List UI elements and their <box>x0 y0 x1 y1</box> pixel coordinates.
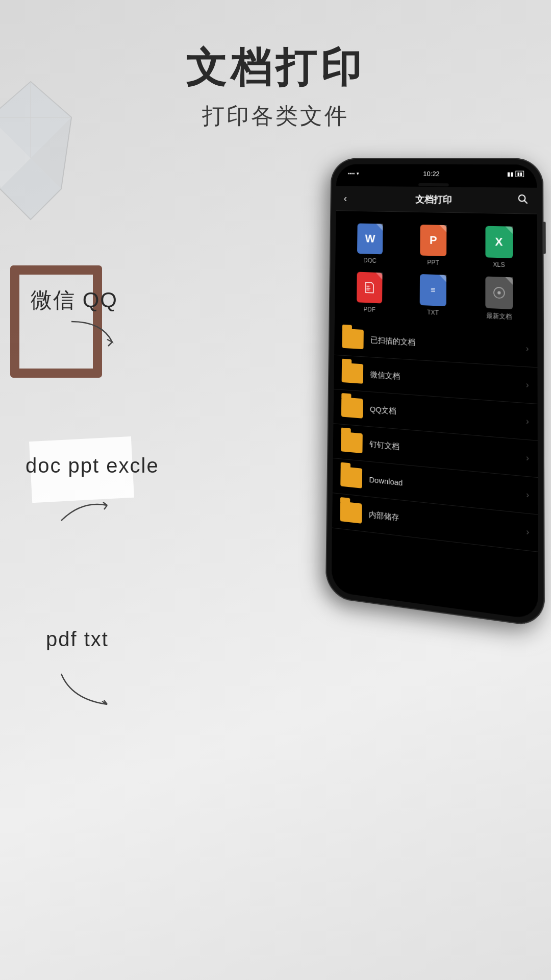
label-doc-ppt: doc ppt excle <box>26 454 159 477</box>
folder-weixin-name: 微信文档 <box>370 370 518 389</box>
xls-label: XLS <box>493 261 505 268</box>
file-type-pdf[interactable]: PDF <box>339 267 402 320</box>
folder-qq-arrow: › <box>526 416 529 427</box>
folder-qq-icon <box>341 397 363 419</box>
recent-label: 最新文档 <box>486 311 512 322</box>
app-header-title: 文档打印 <box>415 193 452 206</box>
search-button[interactable] <box>518 194 529 207</box>
folder-scanned-icon <box>342 329 363 349</box>
sub-title: 打印各类文件 <box>0 101 551 131</box>
svg-line-8 <box>524 200 527 203</box>
arrow3-icon <box>51 669 122 715</box>
folder-qq-name: QQ文档 <box>370 404 518 426</box>
recent-icon <box>485 276 513 309</box>
arrow1-icon <box>61 316 122 357</box>
status-time: 10:22 <box>423 169 439 177</box>
file-type-txt[interactable]: ≡ TXT <box>401 270 466 324</box>
battery-icon: ▮▮▮▮ <box>507 170 524 178</box>
phone-mockup: ▪▪▪▪ ▾ 10:22 ▮▮▮▮ ‹ 文档打印 <box>327 158 551 934</box>
file-type-ppt[interactable]: P PPT <box>401 220 466 272</box>
ppt-label: PPT <box>427 259 439 266</box>
doc-icon: W <box>357 224 383 255</box>
network-icon: ▪▪▪▪ <box>348 170 355 176</box>
folder-scanned-arrow: › <box>526 344 529 354</box>
folder-download-arrow: › <box>526 490 529 500</box>
back-button[interactable]: ‹ <box>344 192 347 204</box>
file-type-grid: W DOC P PPT X XLS <box>335 211 537 331</box>
app-header: ‹ 文档打印 <box>336 186 537 214</box>
xls-icon: X <box>485 226 513 258</box>
folder-dingding-name: 钉钉文档 <box>369 439 518 462</box>
label-pdf-txt: pdf txt <box>46 628 109 651</box>
folder-internal-name: 内部储存 <box>369 509 519 536</box>
folder-list: 已扫描的文档 › 微信文档 › QQ文档 › 钉钉文档 › <box>332 321 538 552</box>
svg-point-12 <box>497 291 500 294</box>
folder-download-icon <box>340 467 362 488</box>
title-section: 文档打印 打印各类文件 <box>0 41 551 131</box>
doc-label: DOC <box>363 257 377 264</box>
phone-screen: ▪▪▪▪ ▾ 10:22 ▮▮▮▮ ‹ 文档打印 <box>331 164 538 620</box>
folder-internal-icon <box>340 501 362 524</box>
folder-weixin-arrow: › <box>526 380 529 390</box>
file-type-xls[interactable]: X XLS <box>466 222 533 274</box>
signal-icons: ▪▪▪▪ ▾ <box>348 170 359 176</box>
file-type-recent[interactable]: 最新文档 <box>466 272 533 327</box>
main-title: 文档打印 <box>0 41 551 96</box>
ppt-icon: P <box>420 225 446 256</box>
folder-download-name: Download <box>369 475 518 499</box>
folder-weixin-icon <box>342 363 364 384</box>
status-bar: ▪▪▪▪ ▾ 10:22 ▮▮▮▮ <box>336 164 537 184</box>
wifi-icon: ▾ <box>357 170 359 176</box>
arrow2-icon <box>51 490 117 531</box>
folder-internal-arrow: › <box>526 527 529 537</box>
txt-label: TXT <box>427 309 439 316</box>
label-weixin-qq: 微信 QQ <box>31 286 118 314</box>
folder-scanned-name: 已扫描的文档 <box>370 335 518 353</box>
folder-dingding-icon <box>341 432 363 453</box>
pdf-icon <box>357 272 383 304</box>
txt-icon: ≡ <box>420 274 446 306</box>
phone-body: ▪▪▪▪ ▾ 10:22 ▮▮▮▮ ‹ 文档打印 <box>325 158 545 628</box>
pdf-label: PDF <box>364 306 375 313</box>
folder-dingding-arrow: › <box>526 453 529 463</box>
file-type-doc[interactable]: W DOC <box>339 219 402 270</box>
